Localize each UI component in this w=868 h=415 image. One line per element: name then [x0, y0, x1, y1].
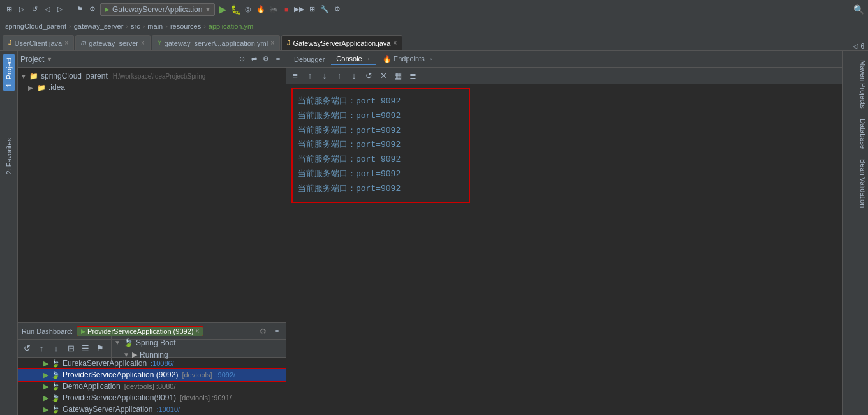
- tab-gatewayapp[interactable]: J GatewayServerApplication.java ×: [281, 35, 402, 50]
- run-active-tab[interactable]: ▶ ProviderServiceApplication (9092) ×: [77, 326, 203, 336]
- tab-gateway-label: gateway_server: [89, 40, 138, 47]
- console-line-5: 当前服务端口：port=9092: [298, 153, 464, 167]
- toolbar-ant[interactable]: 🐜: [268, 4, 279, 15]
- run-btn-down[interactable]: ↓: [50, 342, 63, 355]
- breadcrumb-root[interactable]: springCloud_parent: [5, 22, 66, 30]
- tree-springcloud-path: H:\workspace\IdeaProject\Spring: [113, 73, 206, 80]
- tree-provider9091[interactable]: ▶ 🍃 ProviderServiceApplication(9091) [de…: [18, 392, 286, 404]
- tab-debugger[interactable]: Debugger: [289, 54, 330, 64]
- project-header: Project ▼ ⊕ ⇌ ⚙ ≡: [18, 51, 286, 68]
- toolbar-build[interactable]: ▶▶: [294, 4, 304, 15]
- run-btn-up[interactable]: ↑: [35, 342, 48, 355]
- console-line-2: 当前服务端口：port=9092: [298, 109, 464, 124]
- project-action-filter[interactable]: ≡: [273, 54, 283, 64]
- run-btn-restart[interactable]: ↺: [20, 342, 33, 355]
- run-settings-icon[interactable]: ⚙: [260, 327, 267, 336]
- project-action-settings[interactable]: ⚙: [261, 54, 271, 64]
- tree-provider9091-devtools: [devtools] :9091/: [180, 394, 232, 402]
- console-line-1: 当前服务端口：port=9092: [298, 94, 464, 109]
- tab-gateway-server[interactable]: m gateway_server ×: [75, 35, 151, 50]
- toolbar-wrench[interactable]: 🔧: [320, 4, 330, 15]
- tab-appyml-close[interactable]: ×: [270, 40, 274, 47]
- toolbar-icon-2[interactable]: ▷: [17, 4, 27, 15]
- app-dropdown[interactable]: ▶ GatewayServerApplication ▼: [100, 3, 215, 16]
- tree-springcloud-label: springCloud_parent: [41, 72, 108, 80]
- breadcrumb-sep-2: ›: [126, 22, 128, 30]
- arrow-springboot: ▼: [114, 339, 121, 346]
- toolbar-more[interactable]: ⚙: [332, 4, 342, 15]
- toolbar-icon-5[interactable]: ⚑: [75, 4, 85, 15]
- tab-favorites[interactable]: 2: Favorites: [3, 134, 15, 178]
- console-panel: Debugger Console → 🔥 Endpoints → ≡ ↑ ↓ ↑…: [286, 51, 842, 415]
- tree-springboot[interactable]: ▼ 🍃 Spring Boot: [114, 336, 283, 349]
- toolbar-sync[interactable]: ⊞: [307, 4, 317, 15]
- run-btn-filter[interactable]: ☰: [79, 342, 92, 355]
- project-title: Project: [20, 55, 44, 64]
- console-btn-down2[interactable]: ↓: [348, 70, 360, 82]
- breadcrumb-resources[interactable]: resources: [170, 22, 201, 30]
- tree-springcloud-parent[interactable]: ▼ 📁 springCloud_parent H:\workspace\Idea…: [18, 70, 286, 82]
- global-search-icon[interactable]: 🔍: [853, 4, 864, 15]
- tree-provider9092-devtools: [devtools]: [182, 371, 212, 379]
- console-btn-down[interactable]: ↓: [318, 70, 331, 82]
- project-action-add[interactable]: ⊕: [237, 54, 247, 64]
- breadcrumb-sep-3: ›: [143, 22, 145, 30]
- right-sidebar: [842, 51, 857, 415]
- debug-btn[interactable]: 🐛: [230, 4, 240, 15]
- breadcrumb-main[interactable]: main: [147, 22, 163, 30]
- console-btn-grid[interactable]: ▦: [392, 70, 404, 82]
- maven-projects-label[interactable]: Maven Projects: [859, 57, 867, 111]
- console-btn-list[interactable]: ≣: [406, 70, 419, 82]
- toolbar-icon-1[interactable]: ⊞: [4, 4, 14, 15]
- icon-eureka2: 🍃: [51, 359, 60, 368]
- tree-idea[interactable]: ▶ 📁 .idea: [18, 82, 286, 93]
- tab-userclient-close[interactable]: ×: [64, 40, 68, 47]
- breadcrumb: springCloud_parent › gateway_server › sr…: [0, 19, 868, 33]
- bean-validation-label[interactable]: Bean Validation: [859, 156, 867, 210]
- console-btn-up[interactable]: ↑: [304, 70, 316, 82]
- tab-endpoints[interactable]: 🔥 Endpoints →: [378, 54, 439, 64]
- database-label[interactable]: Database: [859, 116, 867, 151]
- console-btn-up2[interactable]: ↑: [333, 70, 346, 82]
- console-toolbar: ≡ ↑ ↓ ↑ ↓ ↺ ✕ ▦ ≣: [286, 68, 842, 84]
- run-tab-close[interactable]: ×: [195, 328, 199, 335]
- run-panel-settings[interactable]: ≡: [272, 326, 282, 336]
- console-line-7: 当前服务端口：port=9092: [298, 182, 464, 197]
- toolbar-profile[interactable]: 🔥: [256, 4, 266, 15]
- console-line-6: 当前服务端口：port=9092: [298, 167, 464, 182]
- breadcrumb-src[interactable]: src: [131, 22, 140, 30]
- toolbar-icon-6[interactable]: ⚙: [87, 4, 98, 15]
- tree-provider9092[interactable]: ▶ 🍃 ProviderServiceApplication (9092) [d…: [18, 369, 286, 381]
- tree-demo[interactable]: ▶ 🍃 DemoApplication [devtools] :8080/: [18, 381, 286, 392]
- tab-appyml[interactable]: Y gateway_server\...application.yml ×: [152, 35, 280, 50]
- toolbar-stop[interactable]: ■: [281, 4, 291, 15]
- console-btn-x[interactable]: ✕: [377, 70, 390, 82]
- console-btn-menu[interactable]: ≡: [289, 70, 302, 82]
- tab-project[interactable]: 1: Project: [3, 54, 15, 91]
- tab-console[interactable]: Console →: [331, 54, 376, 65]
- project-dropdown[interactable]: ▼: [47, 56, 52, 63]
- run-btn-grid[interactable]: ⊞: [64, 342, 77, 355]
- toolbar-coverage[interactable]: ◎: [243, 4, 253, 15]
- tree-eureka-port: :10086/: [151, 359, 174, 367]
- project-action-sync[interactable]: ⇌: [249, 54, 259, 64]
- tab-action-left[interactable]: ◁: [853, 42, 858, 50]
- breadcrumb-gateway[interactable]: gateway_server: [74, 22, 124, 30]
- console-content: 当前服务端口：port=9092 当前服务端口：port=9092 当前服务端口…: [286, 84, 842, 415]
- console-btn-rotate[interactable]: ↺: [362, 70, 375, 82]
- toolbar-icon-fwd[interactable]: ▷: [55, 4, 65, 15]
- console-line-3: 当前服务端口：port=9092: [298, 124, 464, 139]
- toolbar-icon-back[interactable]: ◁: [42, 4, 52, 15]
- tree-gatewayapp[interactable]: ▶ 🍃 GatewayServerApplication :10010/: [18, 404, 286, 415]
- tab-userclient[interactable]: J UserClient.java ×: [3, 35, 74, 50]
- toolbar-icon-3[interactable]: ↺: [29, 4, 40, 15]
- tab-actions: ◁ 6: [853, 42, 868, 50]
- run-btn-flag[interactable]: ⚑: [94, 342, 107, 355]
- tree-provider9091-label: ProviderServiceApplication(9091): [63, 393, 176, 402]
- icon-demob: 🍃: [51, 382, 60, 391]
- breadcrumb-appyml[interactable]: application.yml: [209, 22, 255, 30]
- tab-gatewayapp-close[interactable]: ×: [393, 40, 397, 47]
- run-btn[interactable]: ▶: [217, 4, 228, 15]
- tab-gateway-close[interactable]: ×: [141, 40, 145, 47]
- right-labels: Maven Projects Database Bean Validation: [857, 51, 868, 415]
